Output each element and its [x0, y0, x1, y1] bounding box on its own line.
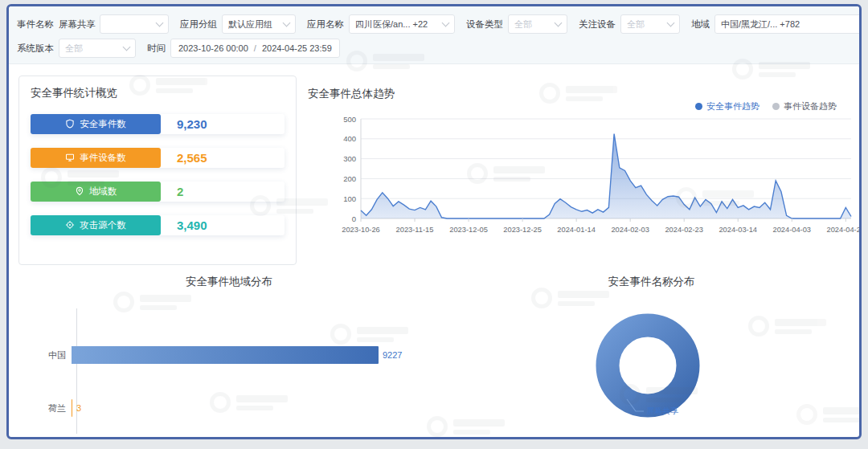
x-tick-label: 2023-11-15: [396, 226, 434, 234]
watermark-bar: [759, 72, 796, 77]
legend-dot-icon: [695, 103, 702, 110]
filter-select-value: 中国/黑龙江/... +782: [721, 18, 862, 31]
y-tick-label: 300: [343, 154, 356, 163]
legend-label: 事件设备趋势: [784, 100, 837, 112]
legend-dot-icon: [772, 103, 780, 110]
x-tick-label: 2024-01-14: [557, 226, 596, 234]
region-category-label: 荷兰: [23, 402, 72, 414]
time-end: 2024-04-25 23:59: [262, 43, 332, 53]
filter-item-6: 地域中国/黑龙江/... +782: [691, 14, 862, 34]
watermark-text-bars: [566, 86, 617, 101]
filter-label: 事件名称: [17, 18, 54, 31]
donut-chart-svg: 屏幕共享: [444, 289, 858, 435]
filter-label: 应用名称: [307, 18, 344, 31]
filter-select-value: 全部: [627, 18, 661, 31]
stat-card-value: 2,565: [161, 148, 285, 168]
filter-label: 应用分组: [180, 18, 217, 31]
filter-select[interactable]: [100, 14, 169, 34]
chevron-down-icon: [555, 19, 563, 27]
stat-card-pill: 事件设备数: [31, 148, 161, 168]
trend-chart-svg: 01002003004005002023-10-262023-11-152023…: [330, 112, 861, 251]
filter-item-5: 关注设备全部: [579, 14, 680, 34]
time-label: 时间: [147, 43, 166, 55]
stat-card-label: 地域数: [89, 186, 117, 198]
stats-overview-panel: 安全事件统计概览 安全事件数9,230事件设备数2,565地域数2攻击源个数3,…: [18, 76, 297, 265]
chevron-down-icon: [156, 19, 164, 27]
system-version-label: 系统版本: [17, 43, 54, 55]
filter-label: 地域: [691, 18, 710, 31]
y-tick-label: 400: [343, 134, 356, 143]
x-tick-label: 2024-02-03: [611, 226, 649, 234]
security-events-dashboard: 事件名称屏幕共享应用分组默认应用组应用名称四川医保/an... +22设备类型全…: [6, 4, 862, 439]
filter-item-2: 应用分组默认应用组: [180, 14, 296, 34]
system-version-select[interactable]: 全部: [59, 39, 136, 58]
x-tick-label: 2024-04-23: [827, 226, 861, 234]
y-tick-label: 200: [343, 174, 356, 183]
stat-card-pill: 攻击源个数: [31, 215, 161, 235]
region-distribution-chart: 安全事件地域分布 中国9227荷兰3: [23, 275, 435, 439]
x-tick-label: 2024-04-03: [772, 226, 811, 234]
y-tick-label: 100: [343, 194, 356, 203]
stat-card: 攻击源个数3,490: [31, 215, 285, 235]
stat-card: 事件设备数2,565: [31, 148, 285, 168]
filter-selected-value: 屏幕共享: [59, 18, 96, 31]
time-separator: /: [254, 43, 256, 53]
time-range-picker[interactable]: 2023-10-26 00:00 / 2024-04-25 23:59: [170, 39, 340, 58]
region-bar-plot: 中国9227荷兰3: [23, 304, 435, 439]
stat-card-value: 9,230: [161, 114, 285, 134]
target-icon: [65, 220, 75, 231]
filter-row-1: 事件名称屏幕共享应用分组默认应用组应用名称四川医保/an... +22设备类型全…: [17, 14, 851, 35]
filter-system-version: 系统版本 全部: [17, 39, 136, 58]
stats-panel-title: 安全事件统计概览: [31, 86, 285, 100]
stat-card-label: 攻击源个数: [80, 219, 126, 231]
watermark-logo: [539, 83, 617, 104]
legend-item[interactable]: 安全事件趋势: [695, 100, 760, 112]
stat-card: 地域数2: [31, 182, 285, 202]
filter-select[interactable]: 默认应用组: [222, 14, 296, 34]
filter-select[interactable]: 中国/黑龙江/... +782: [714, 14, 862, 34]
shield-icon: [65, 119, 75, 130]
chevron-down-icon: [442, 19, 450, 27]
region-bar-row: 荷兰3: [23, 398, 435, 418]
chevron-down-icon: [283, 19, 291, 27]
filter-select[interactable]: 全部: [620, 14, 680, 34]
filter-item-4: 设备类型全部: [466, 14, 567, 34]
region-bar: [72, 346, 379, 364]
stat-card-label: 事件设备数: [80, 152, 126, 164]
time-start: 2023-10-26 00:00: [178, 43, 248, 53]
donut-slice: [608, 325, 688, 406]
filter-item-3: 应用名称四川医保/an... +22: [307, 14, 455, 34]
stat-card-pill: 地域数: [31, 182, 161, 202]
filter-item-1: 事件名称屏幕共享: [17, 14, 169, 34]
region-category-label: 中国: [23, 349, 72, 361]
region-value-label: 3: [76, 403, 81, 413]
filter-time: 时间 2023-10-26 00:00 / 2024-04-25 23:59: [147, 39, 340, 58]
donut-chart-title: 安全事件名称分布: [444, 275, 858, 289]
device-icon: [65, 153, 75, 164]
location-icon: [75, 186, 84, 198]
region-value-label: 9227: [383, 350, 402, 360]
filter-select-value: 全部: [514, 18, 549, 31]
stat-card-label: 安全事件数: [80, 118, 126, 130]
event-name-distribution-chart: 安全事件名称分布 屏幕共享: [444, 275, 858, 439]
trend-area: [361, 134, 851, 218]
trend-area-chart: 01002003004005002023-10-262023-11-152023…: [330, 112, 861, 251]
filter-select[interactable]: 全部: [508, 14, 567, 34]
x-tick-label: 2024-03-14: [719, 226, 757, 234]
watermark-bar: [566, 96, 603, 101]
donut-slice-label: 屏幕共享: [646, 406, 678, 415]
stat-card-value: 2: [161, 182, 285, 202]
x-tick-label: 2023-10-26: [342, 226, 380, 234]
x-tick-label: 2023-12-25: [503, 226, 542, 234]
filter-select[interactable]: 四川医保/an... +22: [349, 14, 455, 34]
watermark-bar: [566, 86, 617, 93]
legend-label: 安全事件趋势: [706, 100, 760, 112]
stat-card-value: 3,490: [161, 215, 285, 235]
filter-bar: 事件名称屏幕共享应用分组默认应用组应用名称四川医保/an... +22设备类型全…: [9, 6, 859, 64]
stat-card: 安全事件数9,230: [31, 114, 285, 134]
trend-chart-title: 安全事件总体趋势: [308, 87, 395, 101]
stat-cards: 安全事件数9,230事件设备数2,565地域数2攻击源个数3,490: [31, 114, 285, 235]
legend-item[interactable]: 事件设备趋势: [772, 100, 837, 112]
watermark-bar: [373, 64, 410, 69]
y-tick-label: 500: [343, 115, 356, 124]
